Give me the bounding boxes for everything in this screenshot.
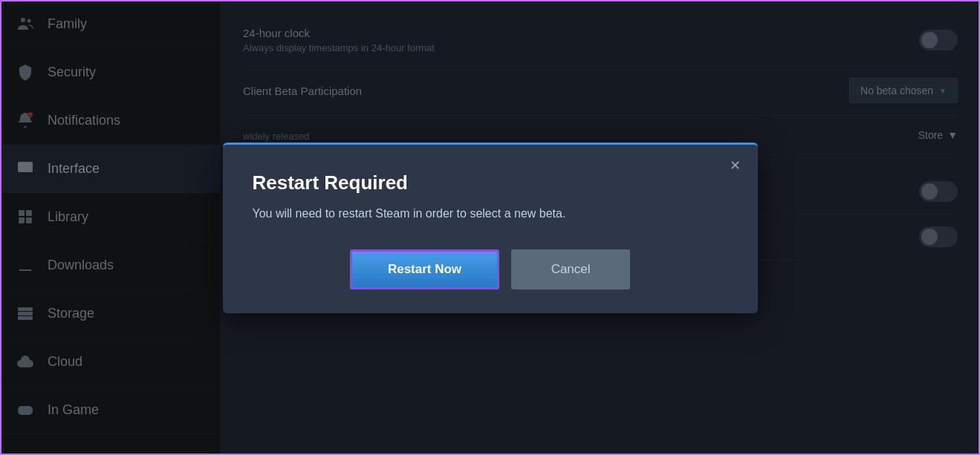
close-icon: ✕ — [730, 157, 741, 174]
restart-modal: ✕ Restart Required You will need to rest… — [223, 143, 758, 313]
modal-close-button[interactable]: ✕ — [725, 155, 746, 176]
restart-now-button[interactable]: Restart Now — [350, 249, 499, 289]
modal-title: Restart Required — [253, 171, 728, 194]
modal-body: You will need to restart Steam in order … — [253, 205, 728, 223]
modal-overlay: ✕ Restart Required You will need to rest… — [0, 0, 980, 455]
modal-buttons: Restart Now Cancel — [253, 249, 728, 289]
cancel-button[interactable]: Cancel — [511, 249, 630, 289]
